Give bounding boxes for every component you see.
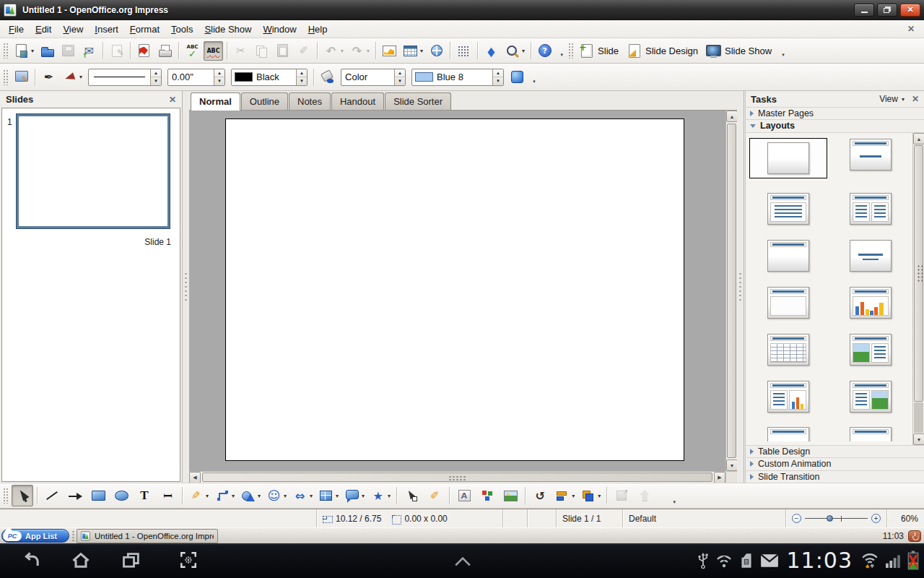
slide-canvas[interactable] — [225, 118, 684, 461]
chart-button[interactable] — [380, 41, 399, 61]
menu-edit[interactable]: Edit — [30, 22, 57, 37]
panel-splitter-right[interactable] — [737, 91, 744, 483]
ellipse-button[interactable] — [110, 485, 132, 506]
rotate-button[interactable] — [529, 485, 551, 506]
tab-slide-sorter[interactable]: Slide Sorter — [385, 92, 451, 110]
export-pdf-button[interactable] — [134, 41, 154, 61]
toolbar-grip[interactable] — [3, 43, 8, 59]
scroll-up-icon[interactable]: ▲ — [913, 133, 924, 144]
layouts-scrollbar[interactable]: ▲ ▼ — [912, 133, 924, 445]
zoom-slider-thumb[interactable] — [827, 515, 833, 522]
open-button[interactable] — [38, 41, 57, 61]
close-button[interactable]: ✕ — [900, 4, 920, 17]
line-button[interactable] — [41, 485, 63, 506]
scroll-down-icon[interactable]: ▼ — [913, 434, 924, 445]
basic-shapes-button[interactable]: ▾ — [238, 485, 263, 506]
line-style-combo[interactable]: ▲▼ — [88, 69, 162, 86]
vertical-scrollbar[interactable]: ▲ ▼ — [725, 111, 737, 471]
slides-panel-close-icon[interactable]: ✕ — [169, 95, 176, 105]
layout-cut-row-right[interactable] — [832, 427, 909, 441]
menu-tools[interactable]: Tools — [165, 22, 199, 37]
recent-apps-button[interactable] — [121, 551, 141, 571]
page-style-cell[interactable]: Default — [622, 509, 785, 527]
layout-title-empty-content[interactable] — [750, 286, 827, 319]
tab-outline[interactable]: Outline — [241, 92, 288, 110]
horizontal-scrollbar[interactable]: ◀ ▶ — [189, 471, 725, 483]
fill-type-spinner[interactable]: ▲▼ — [394, 69, 405, 85]
task-button-impress[interactable]: Untitled 1 - OpenOffice.org Impress — [77, 529, 218, 543]
horizontal-scroll-thumb[interactable] — [202, 473, 712, 482]
flowchart-button[interactable]: ▾ — [316, 485, 341, 506]
gallery-button[interactable] — [476, 485, 498, 506]
zoom-slider-track[interactable] — [805, 514, 868, 523]
toolbar-overflow-button[interactable] — [657, 485, 679, 506]
menu-slide-show[interactable]: Slide Show — [199, 22, 257, 37]
minimize-button[interactable] — [854, 4, 874, 17]
layout-title-two-content[interactable] — [832, 192, 909, 225]
home-button[interactable] — [71, 551, 91, 571]
auto-spellcheck-button[interactable] — [204, 41, 223, 61]
line-width-spinner[interactable]: ▲▼ — [214, 69, 225, 85]
email-button[interactable] — [79, 41, 99, 61]
toolbar-overflow-button[interactable] — [528, 69, 539, 86]
menu-file[interactable]: File — [3, 22, 30, 37]
layout-title-content-picture[interactable] — [832, 380, 909, 413]
layout-title-table[interactable] — [750, 333, 827, 366]
fill-color-spinner[interactable]: ▲▼ — [492, 69, 503, 85]
block-arrows-button[interactable]: ▾ — [290, 485, 315, 506]
hyperlink-button[interactable] — [427, 41, 446, 61]
grid-button[interactable] — [454, 41, 474, 61]
zoom-slider[interactable]: − + — [792, 514, 881, 523]
slide-new-button[interactable]: Slide — [577, 41, 623, 61]
tasks-panel-close-icon[interactable]: ✕ — [912, 94, 919, 104]
vertical-scroll-thumb[interactable] — [727, 124, 736, 458]
fill-type-combo[interactable]: Color ▲▼ — [341, 69, 406, 86]
layout-title-subtitle[interactable] — [832, 138, 909, 171]
layout-title-picture-content[interactable] — [832, 333, 909, 366]
arrange-button[interactable]: ▾ — [578, 485, 603, 506]
text-button[interactable] — [134, 485, 155, 506]
select-button[interactable] — [12, 485, 33, 506]
line-dialog-button[interactable] — [39, 67, 58, 87]
power-button[interactable] — [908, 530, 921, 542]
restore-button[interactable] — [877, 4, 897, 17]
app-list-button[interactable]: PC App List — [1, 529, 69, 543]
table-button[interactable]: ▾ — [401, 41, 425, 61]
glue-points-button[interactable] — [424, 485, 445, 506]
print-button[interactable] — [155, 41, 175, 61]
stars-button[interactable]: ▾ — [368, 485, 393, 506]
section-slide-transition[interactable]: Slide Transition — [746, 470, 924, 483]
layout-title-only[interactable] — [750, 239, 827, 272]
back-button[interactable] — [22, 551, 42, 571]
zoom-button[interactable]: ▾ — [502, 41, 527, 61]
slide-design-button[interactable]: Slide Design — [624, 41, 702, 61]
zoom-percent-cell[interactable]: 60% — [886, 509, 924, 527]
fill-color-combo[interactable]: Blue 8 ▲▼ — [411, 69, 504, 86]
shadow-button[interactable] — [507, 67, 527, 87]
scroll-right-icon[interactable]: ▶ — [714, 472, 725, 483]
area-dialog-button[interactable] — [318, 67, 337, 87]
toolbar-grip[interactable] — [3, 488, 8, 504]
line-style-spinner[interactable]: ▲▼ — [150, 69, 161, 85]
menu-window[interactable]: Window — [257, 22, 302, 37]
layout-title-content-chart[interactable] — [750, 380, 827, 413]
scroll-down-icon[interactable]: ▼ — [726, 460, 738, 471]
tab-notes[interactable]: Notes — [289, 92, 331, 110]
toolbar-grip[interactable] — [3, 69, 8, 85]
new-button[interactable]: ▾ — [12, 41, 36, 61]
connector-button[interactable]: ▾ — [212, 485, 237, 506]
help-button[interactable] — [535, 41, 554, 61]
symbol-shapes-button[interactable]: ▾ — [264, 485, 289, 506]
scroll-left-icon[interactable]: ◀ — [189, 472, 201, 483]
navigator-button[interactable] — [481, 41, 501, 61]
arrow-button[interactable] — [64, 485, 86, 506]
line-color-combo[interactable]: Black ▲▼ — [231, 69, 308, 86]
edit-points-button[interactable] — [401, 485, 422, 506]
layout-blank[interactable] — [749, 138, 827, 178]
zoom-in-icon[interactable]: + — [871, 514, 881, 523]
expand-tray-chevron[interactable] — [453, 555, 472, 568]
menu-insert[interactable]: Insert — [89, 22, 124, 37]
curve-button[interactable]: ▾ — [186, 485, 211, 506]
alignment-button[interactable]: ▾ — [552, 485, 577, 506]
section-layouts[interactable]: Layouts — [746, 119, 924, 131]
